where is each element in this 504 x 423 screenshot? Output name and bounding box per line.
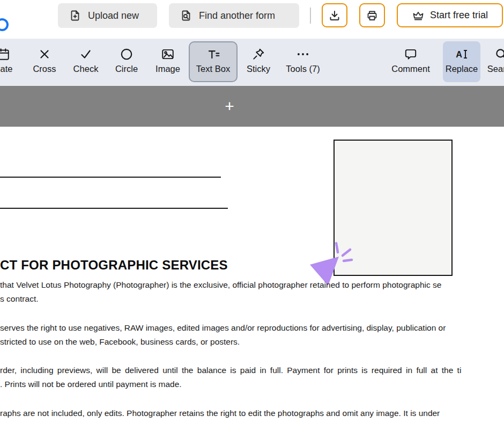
toolbar-label-comment: Comment bbox=[391, 64, 430, 74]
toolbar-label-cross: Cross bbox=[33, 64, 56, 74]
sticky-pin-icon bbox=[251, 47, 265, 61]
toolbar-label-text-box: Text Box bbox=[196, 64, 230, 74]
text-box-icon bbox=[206, 47, 220, 61]
circle-icon bbox=[120, 47, 134, 61]
toolbar-label-replace: Replace bbox=[446, 64, 478, 74]
document-heading: CT FOR PHOTOGRAPHIC SERVICES bbox=[0, 258, 228, 273]
blank-fill-line bbox=[0, 208, 228, 209]
document-text-line: stricted to use on the web, Facebook, bu… bbox=[0, 337, 240, 347]
add-page-button[interactable]: + bbox=[217, 86, 242, 127]
upload-new-button[interactable]: Upload new bbox=[58, 3, 157, 28]
find-form-icon bbox=[180, 9, 192, 22]
find-another-form-button[interactable]: Find another form bbox=[169, 3, 299, 28]
annotation-toolbar: Date Cross Check Circle bbox=[0, 39, 504, 86]
find-another-form-label: Find another form bbox=[199, 10, 275, 21]
replace-icon: A bbox=[455, 47, 469, 61]
logo-icon[interactable] bbox=[0, 18, 9, 31]
document-page: CT FOR PHOTOGRAPHIC SERVICES that Velvet… bbox=[0, 127, 504, 423]
toolbar-label-search: Search bbox=[487, 64, 504, 74]
crown-icon bbox=[412, 9, 425, 22]
download-icon bbox=[328, 9, 341, 22]
calendar-icon bbox=[0, 47, 10, 61]
search-icon bbox=[494, 47, 504, 61]
toolbar-item-image[interactable]: Image bbox=[146, 41, 189, 82]
toolbar-item-replace[interactable]: A Replace bbox=[443, 41, 480, 82]
toolbar-label-sticky: Sticky bbox=[247, 64, 270, 74]
toolbar-item-search[interactable]: Search bbox=[480, 41, 504, 82]
toolbar-label-image: Image bbox=[155, 64, 180, 74]
document-canvas-background: + bbox=[0, 86, 504, 127]
toolbar-item-cross[interactable]: Cross bbox=[23, 41, 66, 82]
toolbar-item-date[interactable]: Date bbox=[0, 41, 25, 82]
toolbar-label-tools: Tools (7) bbox=[286, 64, 320, 74]
document-text-line: raphs are not included, only edits. Phot… bbox=[0, 409, 440, 418]
print-button[interactable] bbox=[359, 3, 385, 27]
toolbar-item-comment[interactable]: Comment bbox=[389, 41, 432, 82]
document-text-line: that Velvet Lotus Photography (Photograp… bbox=[0, 280, 441, 290]
ellipsis-icon bbox=[296, 47, 310, 61]
cross-icon bbox=[38, 47, 51, 61]
blank-fill-line bbox=[0, 177, 221, 178]
toolbar-item-tools[interactable]: Tools (7) bbox=[280, 41, 326, 82]
check-icon bbox=[79, 47, 93, 61]
document-text-line: rder, including previews, will be delive… bbox=[0, 366, 461, 375]
document-text-line: serves the right to use negatives, RAW i… bbox=[0, 323, 446, 333]
svg-text:A: A bbox=[456, 49, 462, 59]
download-button[interactable] bbox=[322, 3, 347, 27]
toolbar-label-date: Date bbox=[0, 64, 12, 74]
toolbar-label-check: Check bbox=[73, 64, 99, 74]
upload-new-icon bbox=[69, 9, 81, 22]
toolbar-item-circle[interactable]: Circle bbox=[105, 41, 148, 82]
start-free-trial-label: Start free trial bbox=[430, 10, 488, 21]
comment-icon bbox=[404, 47, 418, 61]
toolbar-label-circle: Circle bbox=[115, 64, 138, 74]
print-icon bbox=[366, 9, 379, 22]
top-bar: Upload new Find another form bbox=[0, 0, 504, 39]
toolbar-item-text-box[interactable]: Text Box bbox=[189, 41, 238, 82]
topbar-divider bbox=[310, 8, 311, 24]
app-window: Upload new Find another form bbox=[0, 0, 504, 423]
document-text-line: s contract. bbox=[0, 294, 39, 304]
toolbar-item-check[interactable]: Check bbox=[64, 41, 107, 82]
toolbar-item-sticky[interactable]: Sticky bbox=[237, 41, 280, 82]
document-text-line: . Prints will not be ordered until payme… bbox=[0, 380, 182, 389]
start-free-trial-button[interactable]: Start free trial bbox=[397, 3, 503, 27]
upload-new-label: Upload new bbox=[88, 10, 139, 21]
image-icon bbox=[161, 47, 175, 61]
